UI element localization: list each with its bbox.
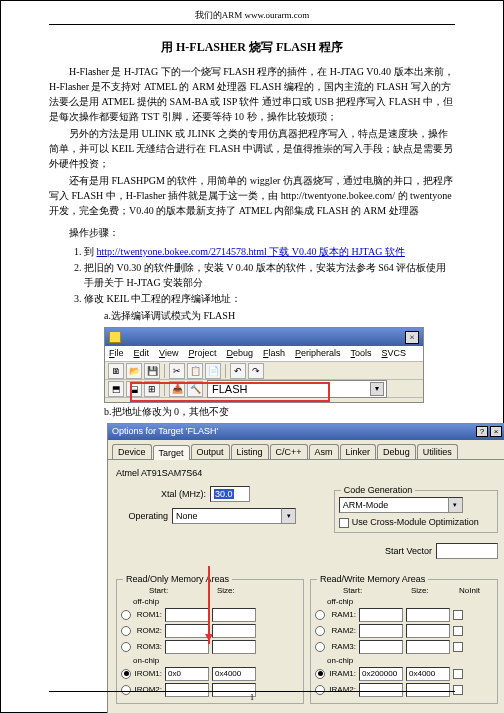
rom3-size[interactable]: [212, 640, 256, 654]
codegen-group: Code Generation ARM-Mode ▾ Use Cross-Mod…: [334, 490, 498, 533]
step-3: 修改 KEIL 中工程的程序编译地址：: [84, 291, 455, 306]
rw-legend: Read/Write Memory Areas: [317, 574, 428, 584]
tb-icon[interactable]: ⬒: [108, 381, 124, 397]
iram1-size[interactable]: 0x4000: [406, 667, 450, 681]
menu-svcs[interactable]: SVCS: [382, 348, 407, 361]
tb-icon[interactable]: ↷: [248, 363, 264, 379]
dialog-tabs: Device Target Output Listing C/C++ Asm L…: [108, 440, 504, 460]
tab-cpp[interactable]: C/C++: [270, 444, 308, 459]
tb-icon[interactable]: ↶: [230, 363, 246, 379]
ram2-size[interactable]: [406, 624, 450, 638]
ram3-radio[interactable]: [315, 642, 325, 652]
tab-target[interactable]: Target: [153, 445, 190, 460]
tb-icon[interactable]: 📂: [126, 363, 142, 379]
page-header: 我们的ARM www.ourarm.com: [49, 1, 455, 25]
offchip-label: off-chip: [315, 597, 493, 606]
close-icon[interactable]: ×: [405, 331, 419, 344]
download-link[interactable]: http://twentyone.bokee.com/2714578.html: [97, 246, 267, 257]
close-icon[interactable]: ×: [490, 426, 502, 437]
xtal-input[interactable]: 30.0: [210, 486, 250, 502]
iram1-radio[interactable]: [315, 669, 325, 679]
menu-flash[interactable]: Flash: [263, 348, 285, 361]
steps-label: 操作步骤：: [49, 226, 455, 240]
rom1-size[interactable]: [212, 608, 256, 622]
rom2-radio[interactable]: [121, 626, 131, 636]
tab-listing[interactable]: Listing: [231, 444, 269, 459]
onchip-label: on-chip: [121, 656, 299, 665]
keil-app-icon: [109, 331, 121, 343]
ram2-start[interactable]: [359, 624, 403, 638]
doc-title: 用 H-FLASHER 烧写 FLASH 程序: [49, 39, 455, 56]
ram3-start[interactable]: [359, 640, 403, 654]
highlight-box: [130, 382, 330, 402]
rw-memory-group: Read/Write Memory Areas Start:Size:NoIni…: [310, 579, 498, 704]
keil-menubar[interactable]: File Edit View Project Debug Flash Perip…: [105, 346, 423, 362]
startvector-input[interactable]: [436, 543, 498, 559]
para-3: 还有是用 FLASHPGM 的软件，用简单的 wiggler 仿真器烧写，通过电…: [49, 173, 455, 218]
device-label: Atmel AT91SAM7S64: [116, 468, 498, 478]
tab-utilities[interactable]: Utilities: [417, 444, 458, 459]
options-dialog: Options for Target 'FLASH' ? × Device Ta…: [107, 423, 504, 713]
tb-icon[interactable]: 📄: [205, 363, 221, 379]
ram1-radio[interactable]: [315, 610, 325, 620]
tb-icon[interactable]: 🗎: [108, 363, 124, 379]
rom3-start[interactable]: [165, 640, 209, 654]
rom2-start[interactable]: [165, 624, 209, 638]
tab-output[interactable]: Output: [191, 444, 230, 459]
ram3-size[interactable]: [406, 640, 450, 654]
xtal-label: Xtal (MHz):: [116, 489, 206, 499]
rom1-start[interactable]: [165, 608, 209, 622]
codegen-legend: Code Generation: [341, 485, 416, 495]
chevron-down-icon[interactable]: ▾: [449, 497, 463, 513]
ram1-noinit[interactable]: [453, 610, 463, 620]
steps-list: 到 http://twentyone.bokee.com/2714578.htm…: [49, 244, 455, 306]
ram2-radio[interactable]: [315, 626, 325, 636]
operating-select[interactable]: None: [172, 508, 282, 524]
rom2-size[interactable]: [212, 624, 256, 638]
chevron-down-icon[interactable]: ▾: [370, 382, 384, 396]
ram1-start[interactable]: [359, 608, 403, 622]
tb-icon[interactable]: 💾: [144, 363, 160, 379]
para-2: 另外的方法是用 ULINK 或 JLINK 之类的专用仿真器把程序写入，特点是速…: [49, 126, 455, 171]
chevron-down-icon[interactable]: ▾: [282, 508, 296, 524]
crossmod-check[interactable]: Use Cross-Module Optimization: [339, 517, 493, 528]
menu-file[interactable]: File: [109, 348, 124, 361]
armmode-select[interactable]: ARM-Mode: [339, 497, 449, 513]
tab-debug[interactable]: Debug: [377, 444, 416, 459]
irom1-start[interactable]: 0x0: [165, 667, 209, 681]
keil-screenshot: × File Edit View Project Debug Flash Per…: [104, 327, 424, 403]
menu-edit[interactable]: Edit: [134, 348, 150, 361]
ro-legend: Read/Only Memory Areas: [123, 574, 232, 584]
operating-label: Operating: [116, 511, 168, 521]
help-icon[interactable]: ?: [476, 426, 488, 437]
rom3-radio[interactable]: [121, 642, 131, 652]
menu-view[interactable]: View: [159, 348, 178, 361]
startvector-label: Start Vector: [385, 546, 432, 556]
tb-icon[interactable]: ✂: [169, 363, 185, 379]
step-3a: a.选择编译调试模式为 FLASH: [49, 308, 455, 323]
tab-asm[interactable]: Asm: [309, 444, 339, 459]
onchip-label: on-chip: [315, 656, 493, 665]
para-1: H-Flasher 是 H-JTAG 下的一个烧写 FLASH 程序的插件，在 …: [49, 64, 455, 124]
ram2-noinit[interactable]: [453, 626, 463, 636]
irom1-size[interactable]: 0x4000: [212, 667, 256, 681]
step-3b: b.把地址修改为 0，其他不变: [49, 405, 455, 419]
menu-project[interactable]: Project: [188, 348, 216, 361]
tab-device[interactable]: Device: [112, 444, 152, 459]
rom1-radio[interactable]: [121, 610, 131, 620]
iram1-noinit[interactable]: [453, 669, 463, 679]
step-1: 到 http://twentyone.bokee.com/2714578.htm…: [84, 244, 455, 259]
dialog-title: Options for Target 'FLASH': [112, 426, 218, 440]
tab-linker[interactable]: Linker: [340, 444, 377, 459]
page-number: 1: [1, 692, 503, 702]
iram1-start[interactable]: 0x200000: [359, 667, 403, 681]
ram3-noinit[interactable]: [453, 642, 463, 652]
menu-debug[interactable]: Debug: [226, 348, 253, 361]
irom1-radio[interactable]: [121, 669, 131, 679]
tb-icon[interactable]: 📋: [187, 363, 203, 379]
menu-peripherals[interactable]: Peripherals: [295, 348, 341, 361]
ram1-size[interactable]: [406, 608, 450, 622]
menu-tools[interactable]: Tools: [351, 348, 372, 361]
offchip-label: off-chip: [121, 597, 299, 606]
step-2: 把旧的 V0.30 的软件删除，安装 V 0.40 版本的软件，安装方法参考 S…: [84, 260, 455, 290]
